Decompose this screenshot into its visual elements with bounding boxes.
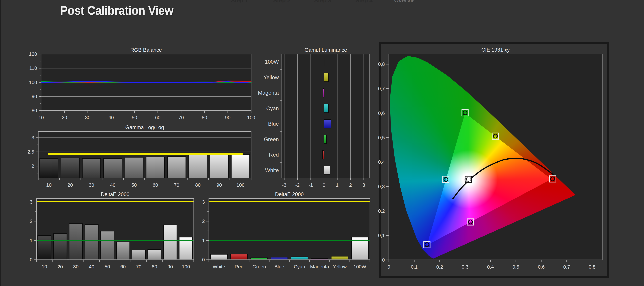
y-tick-label: 80	[32, 108, 37, 113]
x-tick-label: 70	[136, 264, 142, 270]
page-title: Post Calibration View	[60, 3, 174, 17]
x-tick-label: 10	[42, 264, 47, 270]
tab-label: Step 2	[273, 0, 290, 2]
chart-title: DeltaE 2000	[209, 191, 370, 197]
bar-70	[132, 250, 146, 260]
x-tick-label: -1	[308, 182, 313, 188]
y-tick-label: 0,8	[378, 61, 385, 67]
cie-measured-cyan	[444, 177, 448, 181]
bar-40	[104, 158, 122, 178]
post-calibration-view: Step 1 Step 2 Step 3 Step 4 Overview Pos…	[0, 0, 644, 286]
y-tick-label: 0,4	[378, 159, 385, 165]
x-tick-label: 30	[73, 264, 78, 270]
x-tick-label: 10	[46, 182, 52, 188]
category-label: Green	[264, 136, 279, 142]
chart-title: Gamut Luminance	[282, 47, 370, 53]
tab-overview-active[interactable]: Overview	[394, 0, 414, 2]
x-tick-label: 20	[57, 264, 63, 270]
deltae-color-plot: 0123WhiteRedGreenBlueCyanMagentaYellow10…	[209, 198, 370, 260]
bar-blue	[324, 119, 331, 128]
x-tick-label: 50	[132, 115, 137, 120]
x-tick-label: 0,1	[411, 264, 418, 270]
y-tick-label: 0,3	[378, 184, 385, 189]
category-label: Magenta	[258, 90, 279, 96]
bar-30	[69, 224, 82, 260]
x-tick-label: 40	[110, 182, 116, 188]
tab-step-3[interactable]: Step 3	[313, 0, 333, 2]
bar-20	[61, 158, 79, 178]
bar-50	[101, 231, 114, 260]
x-tick-label: 60	[153, 182, 158, 188]
y-tick-label: 2	[30, 219, 32, 224]
deltae-grayscale-chart: DeltaE 2000 0123102030405060708090100	[36, 198, 194, 260]
y-tick-label: 0,2	[378, 208, 385, 214]
x-tick-label: 80	[195, 182, 201, 188]
bar-80	[148, 250, 161, 260]
cie-overlay: 00,10,20,30,40,50,60,70,800,10,20,30,40,…	[389, 54, 602, 260]
y-tick-label: 0,1	[378, 233, 385, 238]
tab-label: Step 3	[314, 0, 331, 2]
x-tick-label: 0,4	[487, 264, 494, 270]
bar-70	[168, 157, 186, 178]
x-tick-label: Red	[234, 264, 244, 270]
bar-red	[231, 254, 248, 260]
gamut-luminance-chart: Gamut Luminance -3-2-10123100WYellowMage…	[282, 54, 370, 178]
bar-100	[231, 154, 250, 178]
bar-10	[40, 159, 58, 178]
x-tick-label: 80	[202, 115, 207, 120]
x-tick-label: 1	[336, 182, 338, 188]
cie-measured-white	[466, 177, 471, 181]
y-tick-label: 0,5	[378, 135, 385, 140]
bar-green	[251, 258, 268, 260]
bar-10	[38, 235, 51, 260]
bar-40	[85, 224, 98, 260]
cie-measured-yellow	[493, 134, 498, 138]
bar-90	[164, 225, 177, 260]
bar-green	[324, 135, 326, 144]
chart-title: DeltaE 2000	[36, 191, 194, 197]
x-tick-label: 0,3	[462, 264, 468, 270]
y-tick-label: 100	[29, 80, 37, 85]
x-tick-label: 100	[247, 115, 255, 120]
plot-background	[209, 198, 370, 260]
y-tick-label: 1	[30, 238, 32, 243]
y-tick-label: 0,6	[378, 111, 385, 116]
x-tick-label: Magenta	[310, 264, 329, 270]
category-label: 100W	[265, 59, 279, 65]
tab-step-2[interactable]: Step 2	[272, 0, 292, 2]
bar-50	[125, 157, 143, 178]
category-label: Yellow	[264, 74, 279, 80]
x-tick-label: 0,2	[436, 264, 443, 270]
tab-label: Step 1	[231, 0, 248, 2]
tab-step-4[interactable]: Step 4	[354, 0, 374, 2]
x-tick-label: 40	[89, 264, 94, 270]
bar-60	[146, 157, 164, 178]
bar-white	[210, 254, 228, 260]
left-edge-strip	[0, 0, 1, 286]
chart-title: RGB Balance	[41, 47, 251, 53]
x-tick-label: 70	[178, 115, 184, 120]
y-tick-label: 2	[32, 163, 34, 169]
y-tick-label: 3	[202, 199, 205, 205]
x-tick-label: 60	[120, 264, 126, 270]
category-label: White	[265, 167, 279, 173]
tab-step-1[interactable]: Step 1	[230, 0, 250, 2]
x-tick-label: 0,8	[589, 264, 595, 270]
y-tick-label: 1	[202, 238, 205, 243]
category-label: Blue	[268, 121, 279, 127]
x-tick-label: 90	[225, 115, 230, 120]
y-tick-label: 90	[32, 94, 37, 99]
bar-red	[322, 150, 324, 159]
bar-blue	[271, 257, 288, 260]
y-tick-label: 110	[29, 65, 37, 71]
y-tick-label: 0,7	[378, 86, 385, 91]
category-label: Cyan	[266, 105, 279, 111]
x-tick-label: Blue	[274, 264, 284, 270]
bar-cyan	[324, 104, 328, 113]
x-tick-label: Cyan	[294, 264, 305, 270]
x-tick-label: 90	[216, 182, 222, 188]
x-tick-label: Green	[252, 264, 266, 270]
x-tick-label: White	[213, 264, 225, 270]
cie-measured-magenta	[468, 220, 472, 224]
bar-yellow	[324, 73, 328, 82]
